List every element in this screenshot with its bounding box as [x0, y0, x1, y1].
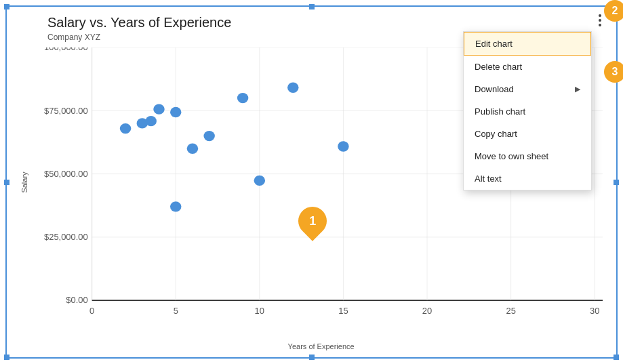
handle-top-center[interactable]	[309, 4, 315, 9]
chart-container: Salary vs. Years of Experience Company X…	[5, 5, 618, 359]
svg-point-28	[170, 107, 181, 117]
annotation-3: 3	[604, 61, 623, 83]
handle-top-left[interactable]	[4, 4, 9, 9]
svg-text:5: 5	[174, 306, 178, 316]
menu-item-label: Edit chart	[475, 39, 513, 49]
dot-icon	[599, 19, 601, 22]
menu-item-download[interactable]: Download▶	[464, 78, 591, 100]
context-menu: Edit chartDelete chartDownload▶Publish c…	[463, 31, 592, 190]
chart-subtitle: Company XYZ	[47, 33, 100, 42]
handle-bottom-right[interactable]	[614, 355, 619, 360]
svg-point-30	[203, 131, 214, 141]
handle-middle-right[interactable]	[614, 180, 619, 185]
handle-bottom-center[interactable]	[309, 355, 315, 360]
svg-point-31	[237, 93, 248, 103]
svg-text:30: 30	[590, 306, 599, 316]
submenu-arrow-icon: ▶	[575, 85, 580, 94]
chart-title: Salary vs. Years of Experience	[47, 15, 231, 31]
svg-text:25: 25	[506, 306, 515, 316]
pin-annotation-1: 1	[298, 207, 327, 235]
svg-text:0: 0	[89, 306, 94, 316]
menu-item-copy-chart[interactable]: Copy chart	[464, 123, 591, 145]
menu-item-delete-chart[interactable]: Delete chart	[464, 56, 591, 78]
svg-point-26	[145, 116, 156, 126]
x-axis-label: Years of Experience	[288, 342, 355, 350]
dot-icon	[599, 14, 601, 17]
handle-bottom-left[interactable]	[4, 355, 9, 360]
menu-item-edit-chart[interactable]: Edit chart	[464, 32, 591, 56]
handle-middle-left[interactable]	[4, 180, 9, 185]
menu-item-label: Download	[475, 84, 514, 94]
svg-text:10: 10	[255, 306, 264, 316]
svg-text:15: 15	[338, 306, 348, 316]
svg-text:$75,000.00: $75,000.00	[44, 106, 88, 116]
dot-icon	[599, 24, 601, 26]
three-dot-menu-button[interactable]	[590, 11, 609, 30]
svg-point-24	[120, 123, 131, 134]
menu-item-publish-chart[interactable]: Publish chart	[464, 100, 591, 123]
menu-item-label: Copy chart	[475, 129, 517, 139]
menu-item-move-to-own-sheet[interactable]: Move to own sheet	[464, 145, 591, 167]
svg-point-29	[187, 144, 198, 154]
svg-text:$100,000.00: $100,000.00	[44, 47, 88, 52]
menu-item-alt-text[interactable]: Alt text	[464, 167, 591, 190]
svg-text:$50,000.00: $50,000.00	[44, 169, 88, 179]
menu-item-label: Move to own sheet	[475, 151, 548, 161]
menu-item-label: Delete chart	[475, 62, 522, 72]
svg-text:20: 20	[422, 306, 432, 316]
svg-text:$0.00: $0.00	[66, 296, 87, 306]
svg-point-35	[170, 201, 181, 211]
menu-item-label: Publish chart	[475, 106, 525, 117]
menu-item-label: Alt text	[475, 174, 502, 184]
svg-point-32	[254, 176, 265, 186]
svg-point-34	[338, 141, 348, 151]
svg-text:$25,000.00: $25,000.00	[44, 233, 88, 243]
svg-point-33	[287, 83, 298, 93]
svg-point-27	[153, 104, 164, 114]
y-axis-label: Salary	[20, 171, 28, 193]
